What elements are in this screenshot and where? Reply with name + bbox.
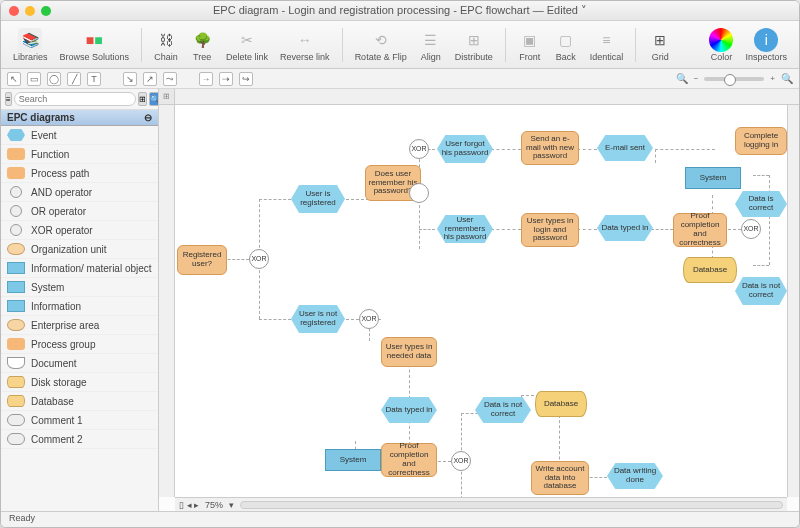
library-item[interactable]: Comment 1 (1, 411, 158, 430)
xor-2[interactable] (409, 183, 429, 203)
node-forgot[interactable]: User forgot his password (437, 135, 493, 163)
vertical-scrollbar[interactable] (787, 105, 799, 497)
node-user-registered[interactable]: User is registered (291, 185, 345, 213)
ruler-corner: ⊞ (159, 89, 175, 105)
tool-conn2[interactable]: ↗ (143, 72, 157, 86)
library-item[interactable]: Process path (1, 164, 158, 183)
reverse-link-button[interactable]: ↔Reverse link (276, 26, 334, 64)
libraries-button[interactable]: 📚Libraries (9, 26, 52, 64)
tool-rect[interactable]: ▭ (27, 72, 41, 86)
rotate-flip-button[interactable]: ⟲Rotate & Flip (351, 26, 411, 64)
page-nav[interactable]: ▯ ◂ ▸ (179, 500, 199, 510)
node-user-not-registered[interactable]: User is not registered (291, 305, 345, 333)
node-data-correct[interactable]: Data is correct (735, 191, 787, 217)
color-button[interactable]: Color (705, 26, 737, 64)
filter-button[interactable]: ≡ (5, 92, 12, 106)
node-writing-done[interactable]: Data writing done (607, 463, 663, 489)
zoom-slider[interactable] (704, 77, 764, 81)
shape-toolbar: ↖ ▭ ◯ ╱ T ↘ ↗ ⤳ → ⇢ ↪ 🔍 − + 🔍 (1, 69, 799, 89)
tool-conn3[interactable]: ⤳ (163, 72, 177, 86)
xor-3[interactable]: XOR (741, 219, 761, 239)
node-data-typed[interactable]: Data typed in (597, 215, 653, 241)
library-item[interactable]: Enterprise area (1, 316, 158, 335)
node-system2[interactable]: System (325, 449, 381, 471)
canvas[interactable]: ⊞ (159, 89, 799, 511)
titlebar: EPC diagram - Login and registration pro… (1, 1, 799, 21)
browse-solutions-button[interactable]: ■■Browse Solutions (56, 26, 134, 64)
align-button[interactable]: ☰Align (415, 26, 447, 64)
distribute-button[interactable]: ⊞Distribute (451, 26, 497, 64)
rect-icon (7, 262, 25, 274)
chain-button[interactable]: ⛓Chain (150, 26, 182, 64)
node-database1[interactable]: Database (683, 257, 737, 283)
front-button[interactable]: ▣Front (514, 26, 546, 64)
inspectors-button[interactable]: iInspectors (741, 26, 791, 64)
library-item[interactable]: Process group (1, 335, 158, 354)
library-item[interactable]: Function (1, 145, 158, 164)
node-email-sent[interactable]: E-mail sent (597, 135, 653, 161)
identical-button[interactable]: ≡Identical (586, 26, 628, 64)
library-item[interactable]: Comment 2 (1, 430, 158, 449)
node-complete-login[interactable]: Complete logging in (735, 127, 787, 155)
tool-conn1[interactable]: ↘ (123, 72, 137, 86)
zoom-out-icon[interactable]: 🔍 (676, 73, 688, 84)
library-item[interactable]: System (1, 278, 158, 297)
node-proof2[interactable]: Proof completion and correctness (381, 443, 437, 477)
library-header[interactable]: EPC diagrams⊖ (1, 110, 158, 126)
library-item[interactable]: Database (1, 392, 158, 411)
node-proof1[interactable]: Proof completion and correctness (673, 213, 727, 247)
library-item-label: Event (31, 130, 57, 141)
tool-ellipse[interactable]: ◯ (47, 72, 61, 86)
library-item-label: Information (31, 301, 81, 312)
xor-5[interactable]: XOR (451, 451, 471, 471)
node-remembers[interactable]: User remembers his pasword (437, 215, 493, 243)
node-data-not-correct1[interactable]: Data is not correct (735, 277, 787, 305)
collapse-icon[interactable]: ⊖ (144, 112, 152, 123)
oval-icon (7, 319, 25, 331)
tool-arrow1[interactable]: → (199, 72, 213, 86)
search-input[interactable] (14, 92, 136, 106)
library-item-label: Process group (31, 339, 95, 350)
library-item[interactable]: Disk storage (1, 373, 158, 392)
tool-line[interactable]: ╱ (67, 72, 81, 86)
library-item-label: Information/ material object (31, 263, 152, 274)
delete-link-button[interactable]: ✂Delete link (222, 26, 272, 64)
node-data-not-correct2[interactable]: Data is not correct (475, 397, 531, 423)
tree-button[interactable]: 🌳Tree (186, 26, 218, 64)
node-registered-user[interactable]: Registered user? (177, 245, 227, 275)
cyl-icon (7, 395, 25, 407)
xor-4[interactable]: XOR (359, 309, 379, 329)
grid-button[interactable]: ⊞Grid (644, 26, 676, 64)
xor-2[interactable]: XOR (409, 139, 429, 159)
library-item[interactable]: OR operator (1, 202, 158, 221)
tool-text[interactable]: T (87, 72, 101, 86)
library-item[interactable]: XOR operator (1, 221, 158, 240)
library-item[interactable]: Organization unit (1, 240, 158, 259)
library-item[interactable]: AND operator (1, 183, 158, 202)
node-types-needed[interactable]: User types in needed data (381, 337, 437, 367)
zoom-dropdown-icon[interactable]: ▾ (229, 500, 234, 510)
search-button[interactable]: 🔍 (149, 92, 159, 106)
node-write-acct[interactable]: Write account data into database (531, 461, 589, 495)
back-button[interactable]: ▢Back (550, 26, 582, 64)
view-button[interactable]: ⊞ (138, 92, 147, 106)
library-item-label: XOR operator (31, 225, 93, 236)
horizontal-scrollbar[interactable]: ▯ ◂ ▸ 75% ▾ (175, 497, 787, 511)
node-send-email[interactable]: Send an e-mail with new password (521, 131, 579, 165)
library-item-label: Function (31, 149, 69, 160)
library-item[interactable]: Information/ material object (1, 259, 158, 278)
zoom-in-icon[interactable]: 🔍 (781, 73, 793, 84)
rrect-icon (7, 167, 25, 179)
node-database2[interactable]: Database (535, 391, 587, 417)
node-data-typed2[interactable]: Data typed in (381, 397, 437, 423)
tool-arrow3[interactable]: ↪ (239, 72, 253, 86)
tool-arrow2[interactable]: ⇢ (219, 72, 233, 86)
node-types-login[interactable]: User types in login and password (521, 213, 579, 247)
ruler-horizontal (175, 89, 799, 105)
library-item[interactable]: Information (1, 297, 158, 316)
xor-1[interactable]: XOR (249, 249, 269, 269)
tool-pointer[interactable]: ↖ (7, 72, 21, 86)
library-item[interactable]: Document (1, 354, 158, 373)
node-system1[interactable]: System (685, 167, 741, 189)
library-item[interactable]: Event (1, 126, 158, 145)
